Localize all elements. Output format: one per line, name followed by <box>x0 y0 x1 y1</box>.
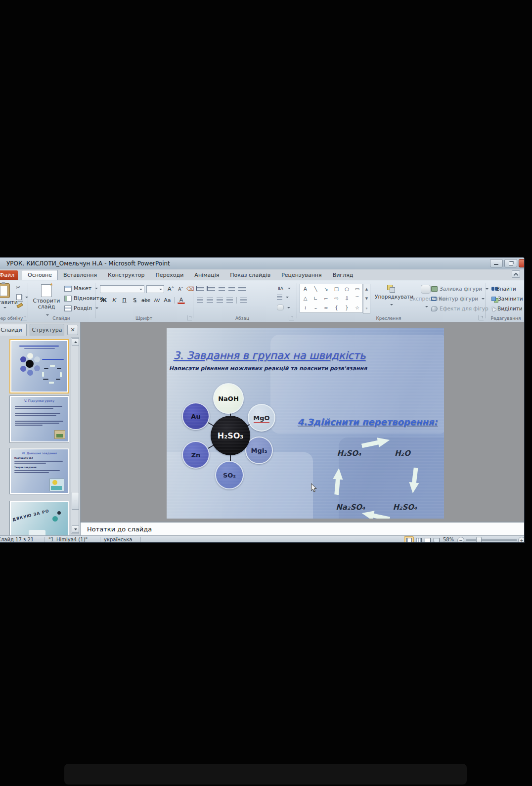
tab-design[interactable]: Конструктор <box>102 270 150 280</box>
underline-button[interactable]: П <box>121 297 128 304</box>
shrink-font-button[interactable]: A˅ <box>177 285 184 293</box>
slideshow-view-button[interactable] <box>432 536 442 543</box>
reading-view-button[interactable] <box>423 536 433 543</box>
bullets-icon[interactable] <box>197 286 204 291</box>
cycle-h2so4-bottom[interactable]: H₂SO₄ <box>383 503 427 512</box>
notes-pane[interactable]: Нотатки до слайда <box>81 522 524 535</box>
shape-rounded-rect-icon[interactable]: ▭ <box>352 284 362 294</box>
bold-button[interactable]: Ж <box>100 297 107 304</box>
restore-button[interactable] <box>504 259 517 267</box>
shape-oval-icon[interactable]: ○ <box>342 284 352 294</box>
shapes-gallery-scrollbar[interactable]: ▲ ▼ ⩒ <box>363 284 370 314</box>
select-button[interactable]: Виділити <box>491 306 525 311</box>
font-dialog-launcher-icon[interactable] <box>187 315 192 320</box>
circle-mgo[interactable]: MgO <box>248 404 275 432</box>
tab-home[interactable]: Основне <box>22 270 58 280</box>
align-center-icon[interactable] <box>207 298 213 303</box>
clipboard-dialog-launcher-icon[interactable] <box>22 315 27 320</box>
circle-naoh[interactable]: NaOH <box>213 383 244 414</box>
format-painter-button[interactable] <box>17 304 23 307</box>
justify-icon[interactable] <box>226 298 233 303</box>
zoom-in-button[interactable]: + <box>518 537 525 543</box>
tab-insert[interactable]: Вставлення <box>58 270 102 280</box>
panel-close-button[interactable]: ✕ <box>67 325 78 335</box>
language-indicator[interactable]: українська <box>104 537 132 542</box>
zoom-level[interactable]: 58% <box>443 537 454 542</box>
zoom-slider-thumb[interactable] <box>476 537 482 543</box>
shape-fill-button[interactable]: Заливка фігури <box>431 286 488 292</box>
tab-file[interactable]: Файл <box>0 270 18 280</box>
line-spacing-icon[interactable] <box>238 286 246 291</box>
numbering-icon[interactable] <box>208 286 215 291</box>
close-button[interactable] <box>519 259 525 267</box>
text-shadow-button[interactable]: S <box>131 297 138 304</box>
circle-zn[interactable]: Zn <box>182 441 210 469</box>
tab-review[interactable]: Рецензування <box>276 270 327 280</box>
shape-star-icon[interactable]: ☆ <box>352 303 362 312</box>
columns-icon[interactable] <box>240 298 247 303</box>
paste-button[interactable]: Вставити <box>0 283 10 298</box>
shapes-gallery[interactable]: A ╲ ↘ □ ○ ▭ △ ∟ ⌐ ⇨ ⇩ ⌒ ≀ ⌣ ≈ { } ☆ <box>300 284 363 313</box>
slide-thumbnail-19[interactable]: VI. Домашнє завдання Повторити §12 Творч… <box>9 448 69 494</box>
strikethrough-button[interactable]: abc <box>141 297 150 304</box>
shape-elbow-icon[interactable]: ∟ <box>310 294 321 303</box>
circle-h2so3-center[interactable]: H₂SO₃ <box>211 416 250 455</box>
copy-button[interactable] <box>16 294 28 300</box>
font-name-combobox[interactable] <box>100 285 144 293</box>
font-color-button[interactable]: A <box>177 297 185 304</box>
slide-sorter-view-button[interactable] <box>414 536 424 543</box>
shape-left-brace-icon[interactable]: { <box>331 303 342 312</box>
normal-view-button[interactable] <box>404 536 414 543</box>
tab-animations[interactable]: Анімація <box>189 270 224 280</box>
section-button[interactable]: Розділ <box>64 305 98 311</box>
drawing-dialog-launcher-icon[interactable] <box>479 315 484 320</box>
align-text-button[interactable] <box>277 295 289 300</box>
zoom-slider-track[interactable] <box>466 539 517 541</box>
tab-slides[interactable]: Слайди <box>0 324 27 336</box>
shape-freeform-icon[interactable]: ≀ <box>300 303 310 312</box>
cut-button[interactable]: ✂ <box>16 285 20 290</box>
decrease-indent-icon[interactable] <box>219 286 225 291</box>
align-left-icon[interactable] <box>197 298 203 303</box>
cycle-na2so4[interactable]: Na₂SO₄ <box>323 503 378 512</box>
change-case-button[interactable]: Aa <box>164 297 171 304</box>
shape-textbox-icon[interactable]: A <box>300 284 310 294</box>
minimize-button[interactable] <box>490 259 503 267</box>
task4-title[interactable]: 4.Здійснити перетворення: <box>293 417 442 427</box>
circle-so2[interactable]: SO₂ <box>215 461 244 489</box>
zoom-out-button[interactable]: − <box>457 537 464 543</box>
gallery-up-icon[interactable]: ▲ <box>365 287 368 291</box>
scroll-up-icon[interactable] <box>72 338 79 346</box>
gallery-down-icon[interactable]: ▼ <box>365 297 368 301</box>
tab-view[interactable]: Вигляд <box>327 270 359 280</box>
title-bar[interactable]: УРОК. КИСЛОТИ_Омельчун Н.А - Microsoft P… <box>0 258 524 269</box>
circle-au[interactable]: Au <box>182 402 210 430</box>
clear-formatting-button[interactable]: ⌫ <box>186 285 194 293</box>
gallery-more-icon[interactable]: ⩒ <box>365 306 367 310</box>
grow-font-button[interactable]: A˄ <box>167 285 175 293</box>
shape-arrow-line-icon[interactable]: ↘ <box>321 284 331 294</box>
thumbnail-scrollbar[interactable] <box>71 337 79 534</box>
new-slide-button[interactable]: Створити слайд <box>33 284 60 319</box>
scrollbar-handle[interactable] <box>72 492 79 510</box>
font-size-combobox[interactable] <box>146 285 164 293</box>
text-direction-button[interactable]: ⅡA <box>277 285 291 292</box>
cycle-h2o[interactable]: H₂O <box>380 449 425 458</box>
shape-elbow-arrow-icon[interactable]: ⌐ <box>321 294 331 303</box>
reset-button[interactable]: Відновити <box>64 295 103 302</box>
tab-outline[interactable]: Структура <box>30 324 64 336</box>
shape-right-arrow-icon[interactable]: ⇨ <box>331 294 342 303</box>
shape-effects-button[interactable]: Ефекти для фігур <box>431 306 495 311</box>
find-button[interactable]: Знайти <box>491 286 516 292</box>
shape-rectangle-icon[interactable]: □ <box>331 284 342 294</box>
arrange-button[interactable]: Упорядкувати <box>375 285 406 309</box>
slide-subtitle[interactable]: Написати рівняння можливих реакцій та по… <box>167 365 369 372</box>
shape-down-arrow-icon[interactable]: ⇩ <box>342 294 352 303</box>
shape-triangle-icon[interactable]: △ <box>300 294 310 303</box>
italic-button[interactable]: К <box>110 297 118 304</box>
collapse-ribbon-icon[interactable] <box>512 270 520 278</box>
character-spacing-button[interactable]: AV <box>153 297 161 304</box>
shape-line-icon[interactable]: ╲ <box>310 284 321 294</box>
slide-canvas[interactable]: 3. Завдання в групах на швидкість Написа… <box>167 328 444 519</box>
scroll-down-icon[interactable] <box>72 525 79 533</box>
